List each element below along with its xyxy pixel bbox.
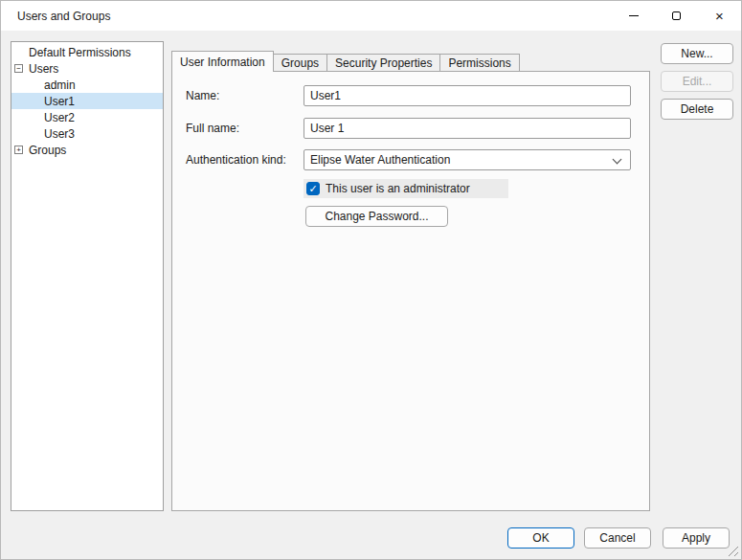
tree-item-default-permissions[interactable]: Default Permissions	[11, 44, 163, 60]
tree-item-users[interactable]: − Users	[11, 60, 163, 77]
cancel-button[interactable]: Cancel	[584, 527, 651, 549]
maximize-button[interactable]	[655, 1, 698, 31]
window-title: Users and Groups	[17, 10, 110, 23]
ok-button[interactable]: OK	[507, 527, 574, 549]
collapse-icon[interactable]: −	[14, 64, 23, 73]
users-and-groups-dialog: Users and Groups × Default Permissions −…	[0, 0, 742, 560]
user-information-panel: Name: Full name: Authentication kind: El…	[171, 71, 650, 511]
tab-security-properties[interactable]: Security Properties	[326, 54, 440, 71]
tree-item-user2[interactable]: User2	[11, 109, 163, 125]
delete-button[interactable]: Delete	[661, 99, 733, 120]
tree-item-user1[interactable]: User1	[11, 93, 163, 109]
edit-button[interactable]: Edit...	[661, 71, 733, 92]
full-name-label: Full name:	[186, 118, 239, 139]
tab-strip: User Information Groups Security Propert…	[171, 51, 520, 72]
tree-item-label: User1	[44, 95, 75, 108]
authentication-kind-select[interactable]: Elipse Water Authentication	[304, 149, 631, 170]
admin-checkbox-label[interactable]: This user is an administrator	[326, 182, 470, 195]
minimize-icon	[629, 15, 639, 16]
maximize-icon	[672, 11, 681, 20]
window-controls: ×	[612, 1, 741, 31]
name-label: Name:	[186, 85, 219, 106]
admin-checkbox[interactable]: ✓	[306, 182, 320, 195]
admin-checkbox-row: ✓ This user is an administrator	[304, 179, 508, 198]
name-input[interactable]	[304, 85, 631, 106]
tree-item-label: Groups	[29, 144, 66, 157]
tree-item-user3[interactable]: User3	[11, 125, 163, 142]
tree-item-label: User2	[44, 111, 75, 124]
new-button[interactable]: New...	[661, 43, 733, 64]
tab-permissions[interactable]: Permissions	[439, 54, 519, 71]
tab-groups[interactable]: Groups	[273, 54, 327, 71]
minimize-button[interactable]	[612, 1, 655, 31]
titlebar: Users and Groups ×	[1, 1, 741, 31]
full-name-input[interactable]	[304, 118, 631, 139]
tree-item-label: User3	[44, 127, 75, 141]
tree-item-label: Users	[29, 62, 58, 76]
tab-user-information[interactable]: User Information	[171, 51, 274, 72]
expand-icon[interactable]: +	[14, 146, 23, 154]
authentication-kind-label: Authentication kind:	[186, 149, 286, 170]
close-icon: ×	[715, 9, 724, 23]
tree-item-label: admin	[44, 78, 76, 92]
users-groups-tree: Default Permissions − Users admin User1 …	[11, 41, 164, 511]
tree-item-admin[interactable]: admin	[11, 77, 163, 93]
authentication-kind-value: Elipse Water Authentication	[310, 153, 450, 167]
tree-item-label: Default Permissions	[29, 46, 131, 59]
tree-item-groups[interactable]: + Groups	[11, 142, 163, 158]
chevron-down-icon	[613, 155, 622, 165]
change-password-button[interactable]: Change Password...	[305, 206, 448, 227]
apply-button[interactable]: Apply	[663, 527, 730, 549]
close-button[interactable]: ×	[698, 1, 741, 31]
check-icon: ✓	[308, 184, 317, 194]
